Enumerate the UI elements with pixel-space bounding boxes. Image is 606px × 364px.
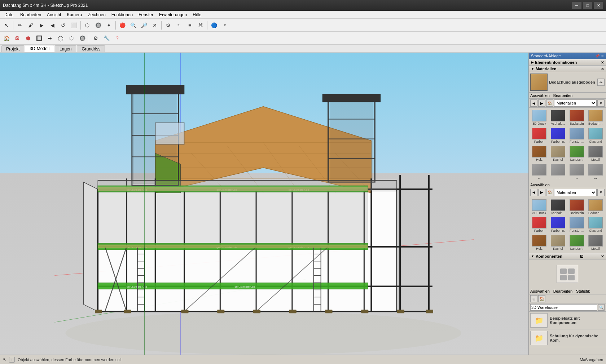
toolbar2-btn6[interactable]: ◯ <box>56 33 66 43</box>
toolbar2-btn7[interactable]: ⬡ <box>66 33 76 43</box>
tool16[interactable]: ≡ <box>185 20 195 30</box>
tool4[interactable]: ◀ <box>47 20 57 30</box>
komp-grid-btn[interactable]: ⊞ <box>530 295 537 302</box>
tab-grundriss[interactable]: Grundriss <box>77 45 105 52</box>
nav-back-btn-2[interactable]: ◀ <box>530 189 537 196</box>
material-landschaft-b[interactable]: Landsch. <box>568 234 586 252</box>
tab-lagen[interactable]: Lagen <box>55 45 76 52</box>
material-edit-btn[interactable]: ✏ <box>597 79 605 86</box>
bearbeiten-btn[interactable]: Bearbeiten <box>553 93 572 98</box>
toolbar2-btn2[interactable]: 🏚 <box>12 33 22 43</box>
elementinfo-section[interactable]: ▶ Elementinformationen ✕ <box>529 59 606 66</box>
auswaehlen-btn[interactable]: Auswählen <box>530 93 550 98</box>
material-more3[interactable]: ... <box>568 163 586 181</box>
material-bedachung-1[interactable]: Bedachun. <box>587 109 605 126</box>
menu-zeichnen[interactable]: Zeichnen <box>85 12 108 18</box>
toolbar2-btn11[interactable]: ? <box>112 33 122 43</box>
toolbar2-btn1[interactable]: 🏠 <box>1 33 12 43</box>
material-asphalt[interactable]: Asphalt u. <box>549 109 567 126</box>
maximize-button[interactable]: □ <box>583 2 592 9</box>
tool5[interactable]: ↺ <box>58 20 68 30</box>
nav-home-btn[interactable]: 🏠 <box>546 99 553 107</box>
tool13[interactable]: ✕ <box>150 20 160 30</box>
material-more4[interactable]: ... <box>587 163 605 181</box>
tool18[interactable]: 🔵 <box>209 20 219 30</box>
material-more2[interactable]: ... <box>549 163 567 181</box>
nav-expand-btn[interactable]: ▼ <box>597 99 605 107</box>
material-3ddruck[interactable]: 3D-Druck <box>530 109 548 126</box>
component-item-beispielsatz[interactable]: 📁 Beispielsatz mit Komponenten <box>529 312 606 329</box>
warehouse-search-input[interactable] <box>530 304 597 311</box>
component-item-schulung[interactable]: 📁 Schulung für dynamische Kom. <box>529 329 606 347</box>
toolbar2-btn3[interactable]: ⬢ <box>23 33 33 43</box>
toolbar2-btn8[interactable]: 🔘 <box>77 33 87 43</box>
menu-erweiterungen[interactable]: Erweiterungen <box>156 12 190 18</box>
materialien-close[interactable]: ✕ <box>601 67 604 71</box>
menu-ansicht[interactable]: Ansicht <box>44 12 64 18</box>
material-fenster-b[interactable]: Fenster d. <box>568 216 586 234</box>
material-holz-b[interactable]: Holz <box>530 234 548 252</box>
material-glas-b[interactable]: Glas und <box>587 216 605 234</box>
material-farben[interactable]: Farben <box>530 127 548 145</box>
tool10[interactable]: 🔴 <box>117 20 127 30</box>
menu-datei[interactable]: Datei <box>1 12 17 18</box>
material-glas[interactable]: Glas und <box>587 127 605 145</box>
nav-home-btn-2[interactable]: 🏠 <box>546 189 553 196</box>
komponenten-section[interactable]: ▼ Komponenten ⊡ ✕ <box>529 253 606 259</box>
panel-close-button[interactable]: ✕ <box>601 54 604 58</box>
material-more1[interactable]: ... <box>530 163 548 181</box>
komponenten-close[interactable]: ✕ <box>601 254 604 258</box>
menu-hilfe[interactable]: Hilfe <box>190 12 204 18</box>
material-kachel-b[interactable]: Kachel <box>549 234 567 252</box>
toolbar2-btn10[interactable]: 🔧 <box>101 33 111 43</box>
materialien-section[interactable]: ▼ Materialien ✕ <box>529 66 606 72</box>
material-category-dropdown[interactable]: Materialien <box>554 99 597 107</box>
tool7[interactable]: ⬡ <box>82 20 92 30</box>
minimize-button[interactable]: ─ <box>572 2 581 9</box>
nav-expand-btn-2[interactable]: ▼ <box>597 189 605 196</box>
material-backstein[interactable]: Backstein <box>568 109 586 126</box>
material-3ddruck-b[interactable]: 3D-Druck <box>530 199 548 216</box>
material-farben2[interactable]: Farben n. <box>549 127 567 145</box>
toolbar2-btn4[interactable]: 🔲 <box>34 33 44 43</box>
select-tool[interactable]: ↖ <box>1 20 12 30</box>
tool17[interactable]: ⌘ <box>196 20 206 30</box>
auswaehlen-btn-2[interactable]: Auswählen <box>530 183 550 187</box>
menu-fenster[interactable]: Fenster <box>136 12 156 18</box>
nav-back-btn[interactable]: ◀ <box>530 99 537 107</box>
statistik-komp[interactable]: Statistik <box>576 289 590 293</box>
material-farben2-b[interactable]: Farben n. <box>549 216 567 234</box>
material-backstein-b[interactable]: Backstein <box>568 199 586 216</box>
tool18b[interactable]: ▾ <box>220 20 230 30</box>
toolbar2-btn5[interactable]: ➡ <box>45 33 55 43</box>
tool8[interactable]: 🔘 <box>93 20 103 30</box>
pin-button[interactable]: 📌 <box>595 54 600 58</box>
nav-forward-btn[interactable]: ▶ <box>538 99 545 107</box>
tab-projekt[interactable]: Projekt <box>1 45 24 52</box>
auswaehlen-komp[interactable]: Auswählen <box>530 289 550 293</box>
menu-kamera[interactable]: Kamera <box>64 12 85 18</box>
close-button[interactable]: ✕ <box>594 2 603 9</box>
nav-forward-btn-2[interactable]: ▶ <box>538 189 545 196</box>
viewport[interactable]: gerüstmieten.de gerüstmieten.de gerüstmi… <box>0 53 528 355</box>
material-metall-b[interactable]: Metall <box>587 234 605 252</box>
menu-funktionen[interactable]: Funktionen <box>109 12 136 18</box>
tool12[interactable]: 🔎 <box>139 20 149 30</box>
toolbar2-btn9[interactable]: ⚙ <box>91 33 101 43</box>
tool9[interactable]: ✦ <box>104 20 114 30</box>
tool11[interactable]: 🔍 <box>128 20 138 30</box>
material-landschaft[interactable]: Landsch. <box>568 145 586 163</box>
tool6[interactable]: ⬜ <box>69 20 79 30</box>
komp-home-btn[interactable]: 🏠 <box>538 295 545 302</box>
tool14[interactable]: ⚙ <box>163 20 173 30</box>
material-farben-b[interactable]: Farben <box>530 216 548 234</box>
material-metall[interactable]: Metall <box>587 145 605 163</box>
material-holz[interactable]: Holz <box>530 145 548 163</box>
komponenten-options[interactable]: ⊡ <box>580 254 583 259</box>
warehouse-search-button[interactable]: 🔍 <box>598 304 605 311</box>
tab-3dmodell[interactable]: 3D-Modell <box>25 45 54 52</box>
material-bedachung-b[interactable]: Bedachun. <box>587 199 605 216</box>
menu-bearbeiten[interactable]: Bearbeiten <box>17 12 44 18</box>
material-fenster[interactable]: Fenster d. <box>568 127 586 145</box>
bearbeiten-komp[interactable]: Bearbeiten <box>553 289 572 293</box>
